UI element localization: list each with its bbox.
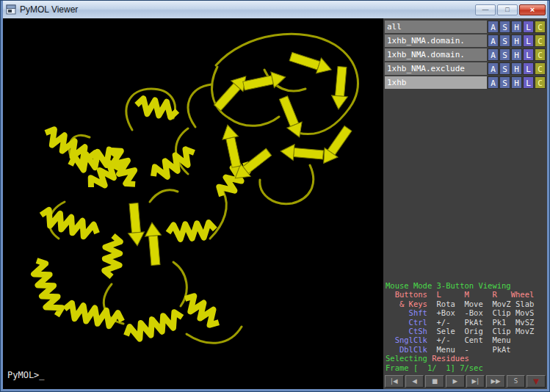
action-menu-button[interactable]: A	[488, 35, 499, 47]
action-menu-button[interactable]: A	[488, 48, 499, 61]
mouse-mode-line[interactable]: Mouse Mode 3-Button Viewing	[386, 281, 547, 290]
label-menu-button[interactable]: L	[523, 35, 534, 47]
command-prompt[interactable]: PyMOL>_	[7, 370, 45, 380]
show-menu-button[interactable]: S	[499, 48, 510, 61]
go-to-start-button[interactable]: |◀	[385, 375, 404, 388]
object-name[interactable]: 1xhb	[385, 76, 487, 89]
step-forward-button[interactable]: ▶|	[466, 375, 485, 388]
protein-helices	[30, 98, 252, 342]
object-name[interactable]: 1xhb_NMA.exclude	[385, 62, 487, 75]
panel-spacer	[383, 90, 547, 280]
close-button[interactable]: ×	[519, 4, 546, 15]
label-menu-button[interactable]: L	[523, 62, 534, 75]
go-to-end-button[interactable]: ▶▶	[486, 375, 505, 388]
mouse-keys-row: & Keys Rota Move MovZ Slab	[386, 300, 547, 308]
hide-menu-button[interactable]: H	[511, 48, 522, 61]
protein-loops	[49, 34, 358, 343]
protein-beta-strands	[126, 49, 355, 266]
stop-button[interactable]: ■	[425, 375, 444, 388]
label-menu-button[interactable]: L	[523, 48, 534, 61]
pymol-viewer-window: PyMOL Viewer — □ ×	[0, 0, 550, 392]
minimize-button[interactable]: —	[475, 4, 496, 15]
mouse-ctrl-row: Ctrl +/- PkAt Pk1 MvSZ	[386, 318, 547, 327]
titlebar[interactable]: PyMOL Viewer — □ ×	[3, 1, 547, 18]
playback-bar: |◀ ◀ ■ ▶ ▶| ▶▶ S ▼	[383, 374, 547, 389]
mouse-mode-text: Mouse Mode 3-Button Viewing	[386, 281, 511, 290]
window-title: PyMOL Viewer	[20, 1, 474, 18]
object-row: 1xhb_NMA.domain. A S H L C	[385, 48, 546, 61]
show-menu-button[interactable]: S	[499, 35, 510, 47]
pymol-app-icon	[6, 4, 16, 15]
color-menu-button[interactable]: C	[535, 62, 546, 75]
frame-status-line: Frame [ 1/ 1] 7/sec	[386, 363, 547, 372]
mouse-ctsh-row: CtSh Sele Orig Clip MovZ	[386, 327, 547, 335]
movie-menu-button[interactable]: ▼	[527, 375, 546, 388]
color-menu-button[interactable]: C	[535, 21, 546, 33]
scene-button[interactable]: S	[507, 375, 526, 388]
object-row: 1xhb_NMA.exclude A S H L C	[385, 62, 546, 75]
object-name[interactable]: 1xhb_NMA.domain.	[385, 35, 487, 47]
object-name[interactable]: 1xhb_NMA.domain.	[385, 48, 487, 61]
selecting-mode-line[interactable]: Selecting Residues	[386, 354, 547, 363]
window-content: PyMOL>_ all A S H L C 1xhb_NMA.domain. A…	[3, 18, 547, 389]
object-row: 1xhb_NMA.domain. A S H L C	[385, 35, 546, 47]
color-menu-button[interactable]: C	[535, 35, 546, 47]
object-row: 1xhb A S H L C	[385, 76, 546, 89]
color-menu-button[interactable]: C	[535, 48, 546, 61]
show-menu-button[interactable]: S	[499, 62, 510, 75]
mouse-singleclick-row: SnglClk +/- Cent Menu	[386, 335, 547, 344]
maximize-button[interactable]: □	[497, 4, 518, 15]
molecule-viewport[interactable]: PyMOL>_	[3, 18, 383, 389]
mouse-mode-panel: Mouse Mode 3-Button Viewing Buttons L M …	[383, 280, 547, 374]
action-menu-button[interactable]: A	[488, 62, 499, 75]
mouse-shift-row: Shft +Box -Box Clip MovS	[386, 308, 547, 317]
hide-menu-button[interactable]: H	[511, 62, 522, 75]
action-menu-button[interactable]: A	[488, 76, 499, 89]
mouse-doubleclick-row: DblClk Menu - PkAt	[386, 345, 547, 354]
hide-menu-button[interactable]: H	[511, 35, 522, 47]
object-row: all A S H L C	[385, 21, 546, 33]
label-menu-button[interactable]: L	[523, 76, 534, 89]
step-back-button[interactable]: ◀	[405, 375, 424, 388]
show-menu-button[interactable]: S	[499, 76, 510, 89]
hide-menu-button[interactable]: H	[511, 76, 522, 89]
object-name[interactable]: all	[385, 21, 487, 33]
object-list: all A S H L C 1xhb_NMA.domain. A S H L C…	[383, 18, 547, 90]
mouse-buttons-header: Buttons L M R Wheel	[386, 290, 547, 299]
protein-cartoon-rendering	[3, 18, 383, 388]
control-panel: all A S H L C 1xhb_NMA.domain. A S H L C…	[383, 18, 547, 389]
color-menu-button[interactable]: C	[535, 76, 546, 89]
hide-menu-button[interactable]: H	[511, 21, 522, 33]
action-menu-button[interactable]: A	[488, 21, 499, 33]
label-menu-button[interactable]: L	[523, 21, 534, 33]
show-menu-button[interactable]: S	[499, 21, 510, 33]
play-button[interactable]: ▶	[446, 375, 465, 388]
